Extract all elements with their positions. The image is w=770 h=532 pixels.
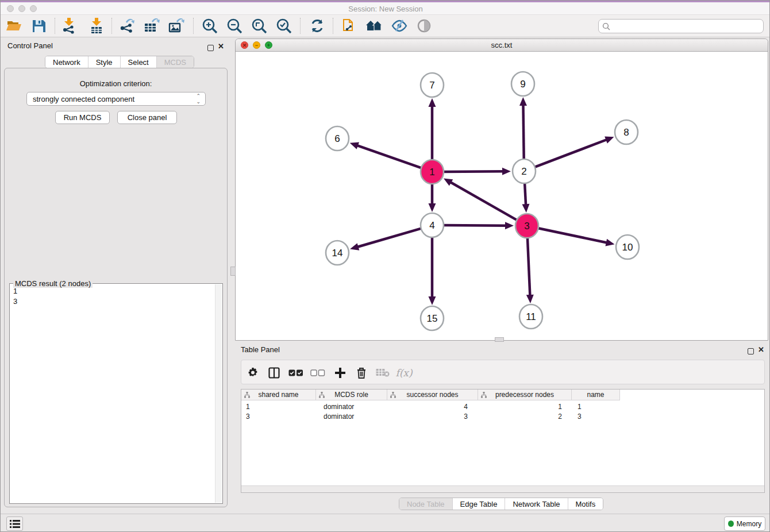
graph-edge-1-6[interactable] — [356, 145, 422, 168]
graph-edge-arrowhead — [429, 296, 436, 305]
graph-edge-arrowhead — [526, 295, 534, 303]
node-table-header: shared name MCDS role successor nodes pr… — [241, 390, 620, 400]
create-column-plus-icon[interactable] — [332, 364, 349, 381]
control-panel-title: Control Panel — [7, 41, 53, 50]
criterion-dropdown-value: strongly connected component — [33, 95, 134, 103]
save-session-icon[interactable] — [30, 17, 47, 35]
graph-node-label-6: 6 — [334, 133, 340, 144]
graph-edge-3-10[interactable] — [538, 228, 608, 243]
search-field[interactable] — [598, 19, 764, 33]
horizontal-splitter-grip[interactable] — [495, 337, 504, 342]
tab-mcds[interactable]: MCDS — [157, 56, 194, 68]
column-header-mcds-role[interactable]: MCDS role — [316, 390, 387, 400]
memory-button[interactable]: Memory — [724, 516, 765, 531]
window-title: Session: New Session — [1, 5, 770, 13]
select-all-columns-icon[interactable] — [287, 364, 305, 381]
column-header-predecessor-nodes[interactable]: predecessor nodes — [478, 390, 572, 400]
graph-edge-2-3[interactable] — [525, 182, 526, 206]
clone-network-icon[interactable] — [341, 17, 358, 35]
network-canvas[interactable]: 7968124314101511 — [236, 52, 768, 340]
vertical-splitter-grip[interactable] — [230, 267, 236, 276]
toolbar-separator — [111, 18, 112, 34]
zoom-fit-icon[interactable] — [251, 17, 268, 35]
tab-network[interactable]: Network — [45, 56, 88, 68]
memory-status-dot — [728, 521, 734, 527]
search-icon — [602, 22, 610, 30]
graph-edge-3-1[interactable] — [449, 182, 517, 220]
graph-edge-arrowhead — [505, 222, 514, 229]
graph-node-label-4: 4 — [429, 220, 434, 231]
open-session-icon[interactable] — [5, 17, 22, 35]
graph-node-label-3: 3 — [524, 221, 529, 232]
table-panel-title: Table Panel — [241, 345, 280, 354]
delete-columns-trash-icon[interactable] — [353, 364, 370, 381]
zoom-selected-icon[interactable] — [275, 17, 292, 35]
network-window-titlebar[interactable]: ✕ − + scc.txt — [236, 39, 768, 52]
memory-button-label: Memory — [737, 520, 761, 528]
import-network-icon[interactable] — [60, 17, 78, 35]
graph-node-label-9: 9 — [520, 79, 525, 90]
table-horizontal-scrollbar[interactable] — [241, 485, 764, 492]
graph-edge-arrowhead — [429, 98, 436, 107]
table-row[interactable]: 3 dominator 3 2 3 — [241, 411, 764, 421]
network-graph: 7968124314101511 — [236, 52, 768, 340]
tab-style[interactable]: Style — [88, 56, 121, 68]
run-mcds-button[interactable]: Run MCDS — [55, 111, 110, 124]
table-settings-gear-icon[interactable] — [244, 364, 261, 381]
toolbar-separator — [300, 18, 301, 34]
graph-edge-2-8[interactable] — [534, 139, 608, 167]
table-panel-float-icon[interactable] — [748, 346, 754, 357]
graph-edge-arrowhead — [605, 239, 614, 246]
table-panel-close-icon[interactable]: ✕ — [758, 346, 764, 353]
show-hidden-icon[interactable] — [415, 17, 433, 35]
criterion-dropdown[interactable]: strongly connected component ⌃⌄ — [26, 92, 206, 106]
control-panel-close-icon[interactable]: ✕ — [218, 43, 224, 49]
network-window-title: scc.txt — [236, 41, 768, 49]
tab-edge-table[interactable]: Edge Table — [453, 498, 506, 510]
control-panel-float-icon[interactable] — [207, 43, 214, 53]
column-header-name[interactable]: name — [572, 390, 620, 400]
graph-edge-arrowhead — [522, 204, 530, 213]
graph-edge-3-11[interactable] — [528, 237, 530, 296]
column-type-icon — [390, 392, 396, 398]
function-builder-icon[interactable]: f(x) — [395, 364, 413, 381]
table-row[interactable]: 1 dominator 4 1 1 — [241, 402, 764, 411]
list-icon — [10, 520, 20, 528]
show-all-home-icon[interactable] — [365, 17, 383, 35]
export-network-icon[interactable] — [118, 17, 136, 35]
toolbar-separator — [193, 18, 194, 34]
zoom-in-icon[interactable] — [201, 17, 218, 35]
graph-node-label-11: 11 — [526, 311, 536, 322]
delete-table-icon[interactable] — [374, 364, 391, 381]
unselect-all-columns-icon[interactable] — [309, 364, 326, 381]
apply-layout-icon[interactable] — [309, 17, 326, 35]
graph-edge-4-14[interactable] — [357, 228, 422, 247]
table-toolbar: f(x) — [241, 360, 765, 384]
search-input[interactable] — [610, 22, 763, 30]
graph-edge-arrowhead — [519, 97, 527, 106]
tab-select[interactable]: Select — [121, 56, 157, 68]
tab-node-table[interactable]: Node Table — [399, 498, 453, 510]
application-window: Session: New Session — [0, 0, 770, 532]
zoom-out-icon[interactable] — [226, 17, 243, 35]
graph-edge-arrowhead — [605, 136, 614, 143]
graph-edge-2-9[interactable] — [523, 104, 523, 160]
mcds-result-scrollbar[interactable] — [215, 284, 222, 503]
toolbar-separator — [55, 18, 55, 34]
import-table-icon[interactable] — [88, 17, 105, 35]
split-panel-icon[interactable] — [265, 364, 283, 381]
column-header-successor-nodes[interactable]: successor nodes — [387, 390, 478, 400]
tab-network-table[interactable]: Network Table — [505, 498, 568, 510]
graph-edge-4-3[interactable] — [443, 225, 507, 226]
column-type-icon — [481, 392, 487, 398]
graph-edge-1-2[interactable] — [443, 171, 504, 172]
graph-node-label-1: 1 — [429, 167, 434, 178]
column-header-shared-name[interactable]: shared name — [241, 390, 316, 400]
titlebar[interactable]: Session: New Session — [1, 2, 770, 15]
task-history-button[interactable] — [6, 516, 23, 531]
tab-motifs[interactable]: Motifs — [568, 498, 603, 510]
export-table-icon[interactable] — [143, 17, 160, 35]
export-image-icon[interactable] — [168, 17, 185, 35]
hide-selected-icon[interactable] — [391, 17, 408, 35]
close-panel-button[interactable]: Close panel — [117, 111, 177, 124]
